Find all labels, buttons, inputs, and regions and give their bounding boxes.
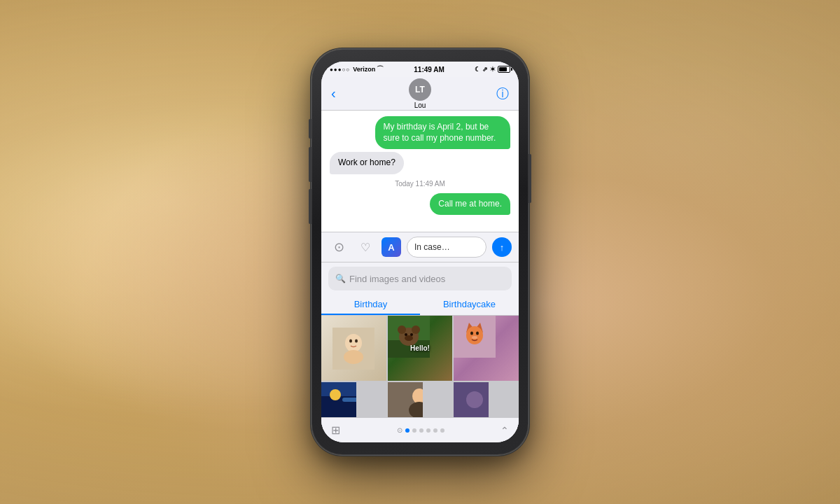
tab-birthday[interactable]: Birthday: [321, 295, 420, 315]
person-svg: [388, 382, 423, 417]
bluetooth-icon: ✶: [490, 66, 496, 73]
collapse-button[interactable]: ⌃: [500, 425, 509, 436]
gif-blue-image: [321, 382, 356, 417]
search-icon: 🔍: [335, 274, 346, 284]
category-tabs: Birthday Birthdaycake: [321, 295, 519, 316]
baby-svg: [332, 328, 374, 370]
message-bubble-2: Work or home?: [330, 152, 404, 174]
gif-grid: Hello!: [321, 316, 519, 417]
send-button[interactable]: ↑: [492, 237, 512, 257]
dot-5: [433, 428, 438, 433]
svg-point-19: [472, 336, 477, 339]
message-input[interactable]: In case…: [407, 237, 486, 258]
dot-1: [405, 428, 410, 433]
dot-6: [440, 428, 444, 433]
keyboard-area: ⊙ ♡ A In case… ↑: [321, 232, 519, 442]
signal-dots: ●●●○○: [330, 66, 350, 73]
grid-icon[interactable]: ⊞: [331, 424, 340, 437]
gif-person-image: [388, 382, 423, 417]
volume-up-button[interactable]: [309, 147, 312, 182]
svg-point-16: [466, 326, 483, 344]
timestamp: Today 11:49 AM: [330, 180, 510, 188]
svg-point-2: [349, 339, 352, 342]
contact-initials: LT: [415, 85, 425, 94]
tab-birthdaycake[interactable]: Birthdaycake: [420, 295, 519, 315]
message-bubble-3: Call me at home.: [430, 193, 510, 216]
camera-button[interactable]: ⊙: [328, 237, 349, 258]
back-button[interactable]: ‹: [331, 85, 336, 102]
gif-partial-image: [454, 382, 489, 417]
messages-area: My birthday is April 2, but be sure to c…: [321, 111, 519, 232]
fox-svg: [454, 316, 496, 358]
gif-baby-image: [321, 316, 386, 381]
svg-point-9: [412, 326, 420, 334]
carrier-label: Verizon: [353, 66, 375, 73]
partial-svg: [454, 382, 489, 417]
message-input-text: In case…: [414, 242, 450, 252]
message-bubble-1: My birthday is April 2, but be sure to c…: [375, 116, 511, 149]
digital-touch-button[interactable]: ♡: [355, 237, 376, 258]
wifi-icon: ⌒: [377, 64, 384, 74]
info-button[interactable]: ⓘ: [496, 85, 509, 102]
svg-point-17: [470, 332, 473, 335]
svg-point-3: [355, 339, 358, 342]
gif-bear-image: Hello!: [388, 316, 453, 381]
blue-svg: [321, 382, 356, 417]
svg-point-11: [405, 333, 407, 336]
heart-icon: ♡: [360, 241, 370, 254]
gif-item-4[interactable]: [321, 382, 356, 417]
status-left: ●●●○○ Verizon ⌒: [330, 64, 384, 74]
app-store-button[interactable]: A: [382, 237, 401, 257]
contact-name: Lou: [414, 102, 426, 109]
svg-point-8: [398, 326, 406, 334]
mute-button[interactable]: [309, 119, 312, 139]
power-button[interactable]: [528, 154, 531, 203]
gif-item-3[interactable]: [454, 316, 519, 381]
svg-rect-23: [342, 398, 356, 402]
dot-4: [426, 428, 430, 433]
phone-body: ●●●○○ Verizon ⌒ 11:49 AM ☾ ⇗ ✶: [312, 49, 528, 455]
volume-down-button[interactable]: [309, 189, 312, 224]
svg-point-18: [476, 332, 479, 335]
status-bar: ●●●○○ Verizon ⌒ 11:49 AM ☾ ⇗ ✶: [321, 62, 519, 77]
svg-point-12: [410, 333, 413, 336]
status-right: ☾ ⇗ ✶: [475, 66, 510, 73]
camera-icon: ⊙: [334, 239, 344, 255]
contact-avatar[interactable]: LT: [409, 78, 431, 101]
svg-point-22: [330, 389, 341, 400]
dot-2: [412, 428, 416, 433]
status-time: 11:49 AM: [414, 66, 444, 74]
svg-point-28: [466, 391, 483, 408]
svg-point-1: [345, 334, 362, 352]
phone: ●●●○○ Verizon ⌒ 11:49 AM ☾ ⇗ ✶: [312, 49, 528, 455]
location-icon: ⇗: [482, 66, 488, 73]
gif-item-1[interactable]: [321, 316, 386, 381]
app-store-icon: A: [388, 242, 394, 253]
search-placeholder: Find images and videos: [349, 274, 445, 284]
gif-bear-label: Hello!: [410, 344, 430, 352]
phone-screen: ●●●○○ Verizon ⌒ 11:49 AM ☾ ⇗ ✶: [321, 62, 519, 442]
gif-fox-image: [454, 316, 519, 381]
gif-item-2[interactable]: Hello!: [388, 316, 453, 381]
svg-point-4: [344, 350, 363, 364]
moon-icon: ☾: [475, 66, 480, 73]
gif-item-6[interactable]: [454, 382, 489, 417]
nav-center: LT Lou: [409, 78, 431, 109]
dot-3: [419, 428, 424, 433]
nav-bar: ‹ LT Lou ⓘ: [321, 77, 519, 111]
gif-item-5[interactable]: [388, 382, 423, 417]
bottom-bar: ⊞ ⊙ ⌃: [321, 417, 519, 442]
send-icon: ↑: [500, 242, 505, 253]
toolbar: ⊙ ♡ A In case… ↑: [321, 232, 519, 262]
battery-icon: [498, 66, 510, 73]
search-bar[interactable]: 🔍 Find images and videos: [328, 267, 512, 290]
page-timer-icon: ⊙: [397, 426, 402, 434]
svg-point-10: [405, 335, 413, 341]
page-dots: ⊙: [397, 426, 444, 434]
